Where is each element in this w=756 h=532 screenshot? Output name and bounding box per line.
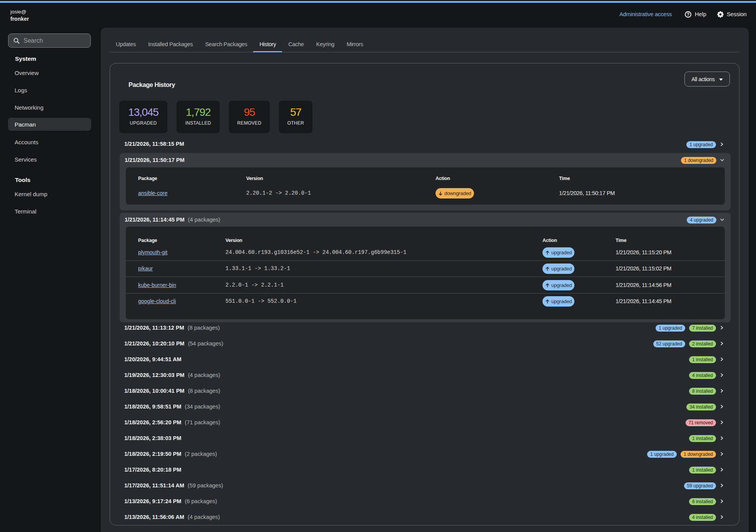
svg-text:?: ? [687, 12, 689, 17]
